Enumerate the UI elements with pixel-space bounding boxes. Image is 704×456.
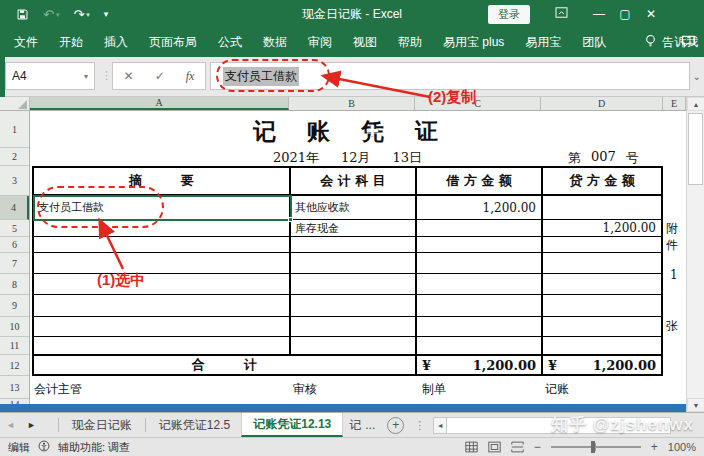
hscroll-left-icon[interactable]: ◄ [433, 417, 447, 434]
ribbon-tab-team[interactable]: 团队 [582, 34, 606, 51]
total-credit[interactable]: ¥ 1,200.00 [543, 355, 661, 374]
row-header[interactable]: 13 [0, 376, 29, 399]
row-header[interactable]: 2 [0, 148, 29, 166]
scroll-up-icon[interactable]: ▲ [687, 97, 704, 111]
undo-icon[interactable]: ↶▾ [43, 8, 59, 21]
select-all-corner[interactable] [0, 97, 30, 110]
ribbon-tab-yiyongbao[interactable]: 易用宝 [525, 34, 561, 51]
header-debit[interactable]: 借 方 金 额 [417, 168, 543, 196]
cell-d4[interactable] [543, 196, 661, 220]
zoom-slider[interactable] [551, 446, 641, 448]
cell[interactable] [417, 237, 543, 253]
cell[interactable] [34, 253, 291, 274]
cell[interactable] [34, 295, 291, 317]
close-button[interactable]: ✕ [638, 7, 664, 21]
row-header[interactable]: 11 [0, 337, 29, 355]
cell[interactable] [417, 295, 543, 317]
scroll-down-icon[interactable]: ▼ [687, 398, 704, 412]
cell-d5[interactable]: 1,200.00 [543, 220, 661, 237]
row-header-selected[interactable]: 4 [0, 196, 29, 220]
page-break-view-icon[interactable] [511, 441, 524, 453]
row-header[interactable]: 5 [0, 220, 29, 237]
row-header[interactable]: 12 [0, 355, 29, 376]
cancel-icon[interactable]: ✕ [124, 69, 134, 83]
column-header-d[interactable]: D [541, 97, 663, 110]
row-header[interactable]: 3 [0, 166, 29, 196]
ribbon-tab-data[interactable]: 数据 [263, 34, 287, 51]
vertical-scrollbar[interactable]: ▲ ▼ [686, 97, 704, 412]
cell-a4[interactable]: 支付员工借款 [34, 196, 291, 220]
row-header[interactable]: 9 [0, 295, 29, 317]
cell[interactable] [34, 317, 291, 337]
cell[interactable] [543, 274, 661, 295]
zoom-in-icon[interactable]: + [651, 440, 658, 454]
tab-options-icon[interactable]: ⋮ [414, 419, 425, 432]
voucher-title[interactable]: 记 账 凭 证 [32, 116, 663, 147]
footer-bookkeeper[interactable]: 记账 [545, 381, 569, 398]
maximize-button[interactable]: ▢ [612, 7, 638, 21]
ribbon-tab-review[interactable]: 审阅 [308, 34, 332, 51]
expand-formula-bar-icon[interactable]: ⌄ [693, 71, 701, 82]
cell[interactable] [417, 253, 543, 274]
ribbon-tab-home[interactable]: 开始 [59, 34, 83, 51]
confirm-icon[interactable]: ✓ [155, 69, 165, 83]
row-header[interactable]: 1 [0, 111, 29, 148]
column-header-b[interactable]: B [289, 97, 415, 110]
name-box[interactable]: A4 ▾ [5, 62, 95, 90]
ribbon-tab-formulas[interactable]: 公式 [218, 34, 242, 51]
footer-reviewer[interactable]: 审核 [293, 381, 317, 398]
row-header[interactable]: 7 [0, 253, 29, 274]
ribbon-tab-help[interactable]: 帮助 [398, 34, 422, 51]
cell[interactable] [417, 317, 543, 337]
zoom-level[interactable]: 100% [668, 441, 696, 453]
row-header[interactable]: 6 [0, 237, 29, 253]
ribbon-tab-file[interactable]: 文件 [14, 34, 38, 51]
vertical-scrollbar-thumb[interactable] [688, 113, 703, 185]
cell[interactable] [291, 317, 417, 337]
row-header[interactable]: 8 [0, 274, 29, 295]
cell[interactable] [34, 274, 291, 295]
cell[interactable] [417, 274, 543, 295]
sheet-nav-left-icon[interactable]: ◄ [0, 420, 21, 430]
cell[interactable] [291, 337, 417, 355]
cell[interactable] [291, 253, 417, 274]
add-sheet-icon[interactable]: + [387, 417, 404, 434]
accessibility-status[interactable]: 辅助功能: 调查 [58, 440, 130, 455]
column-header-a[interactable]: A [30, 97, 289, 110]
name-box-caret-icon[interactable]: ▾ [84, 72, 88, 81]
total-debit[interactable]: ¥ 1,200.00 [417, 355, 543, 374]
header-credit[interactable]: 贷 方 金 额 [543, 168, 661, 196]
ribbon-tab-yiyongbao-plus[interactable]: 易用宝 plus [443, 34, 504, 51]
cell[interactable] [543, 337, 661, 355]
comment-icon[interactable] [681, 35, 696, 51]
cell[interactable] [543, 295, 661, 317]
zoom-slider-thumb[interactable] [591, 441, 595, 453]
cell-c5[interactable] [417, 220, 543, 237]
sheet-tab-partial[interactable]: 记... [343, 413, 381, 437]
sheet-tab-voucher-12-13[interactable]: 记账凭证12.13 [241, 413, 343, 437]
ribbon-tab-insert[interactable]: 插入 [104, 34, 128, 51]
header-summary[interactable]: 摘 要 [34, 168, 291, 196]
login-button[interactable]: 登录 [488, 5, 530, 24]
customize-qat-icon[interactable]: ▾ [104, 10, 109, 19]
sheet-tab-cash-journal[interactable]: 现金日记账 [61, 413, 143, 437]
column-header-e[interactable]: E [663, 97, 686, 110]
ribbon-tab-view[interactable]: 视图 [353, 34, 377, 51]
cell[interactable] [417, 337, 543, 355]
normal-view-icon[interactable] [465, 441, 478, 453]
footer-preparer[interactable]: 制单 [422, 381, 446, 398]
sheet-tab-voucher-12-5[interactable]: 记账凭证12.5 [148, 413, 241, 437]
redo-icon[interactable]: ↷▾ [73, 8, 89, 21]
cell-c4[interactable]: 1,200.00 [417, 196, 543, 220]
page-layout-view-icon[interactable] [488, 441, 501, 453]
row-header[interactable]: 10 [0, 317, 29, 337]
minimize-button[interactable]: — [586, 7, 612, 21]
cell[interactable] [34, 337, 291, 355]
header-account[interactable]: 会 计 科 目 [291, 168, 417, 196]
ribbon-display-options-icon[interactable] [548, 7, 574, 21]
voucher-number[interactable]: 第 007 号 [568, 149, 639, 167]
sheet-nav-right-icon[interactable]: ► [21, 420, 42, 430]
zoom-out-icon[interactable]: − [534, 440, 541, 454]
footer-accounting-supervisor[interactable]: 会计主管 [34, 381, 82, 398]
cell[interactable] [543, 317, 661, 337]
